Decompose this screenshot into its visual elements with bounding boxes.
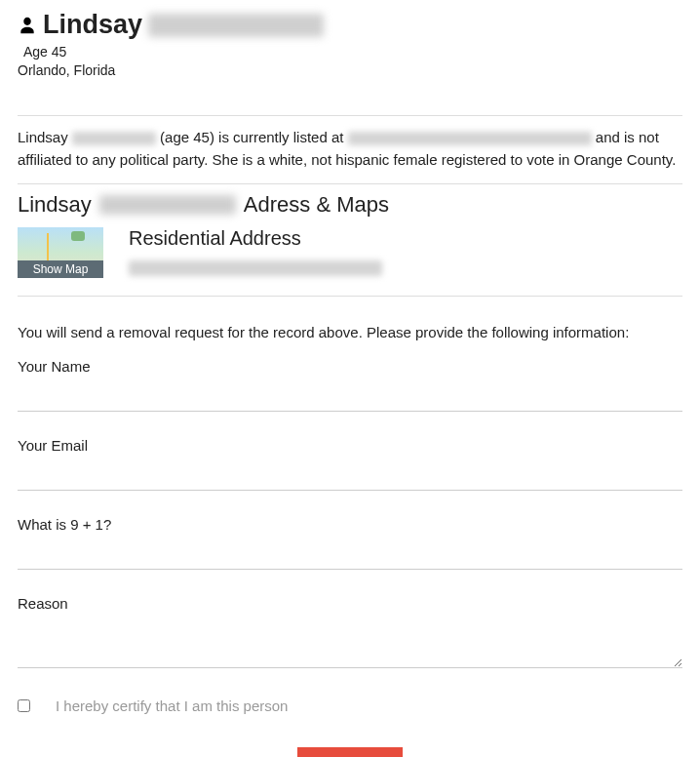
page-title: Lindsay <box>18 10 682 40</box>
section-title-name-redacted <box>99 195 236 215</box>
person-icon <box>18 15 37 36</box>
certify-label: I hereby certify that I am this person <box>56 697 288 714</box>
captcha-input[interactable] <box>18 537 682 570</box>
name-label: Your Name <box>18 358 682 375</box>
summary-prefix: Lindsay <box>18 129 68 145</box>
address-maps-title: Lindsay Adress & Maps <box>18 184 682 227</box>
divider <box>18 296 682 297</box>
captcha-label: What is 9 + 1? <box>18 516 682 533</box>
residential-address-heading: Residential Address <box>129 227 382 250</box>
age-line: Age 45 <box>23 44 682 60</box>
summary-name-redacted <box>72 132 156 145</box>
summary-mid: (age 45) is currently listed at <box>160 129 343 145</box>
reason-label: Reason <box>18 595 682 612</box>
person-first-name: Lindsay <box>43 10 142 40</box>
person-last-name-redacted <box>148 14 324 37</box>
submit-button[interactable]: SUBMIT <box>297 747 403 758</box>
form-intro: You will send a removal request for the … <box>18 324 682 340</box>
email-input[interactable] <box>18 458 682 491</box>
reason-textarea[interactable] <box>18 616 682 668</box>
email-label: Your Email <box>18 437 682 454</box>
location-line: Orlando, Florida <box>18 62 682 78</box>
residential-address-redacted <box>129 260 382 276</box>
name-input[interactable] <box>18 378 682 412</box>
map-thumbnail[interactable]: Show Map <box>18 227 103 278</box>
section-title-prefix: Lindsay <box>18 192 92 218</box>
summary-paragraph: Lindsay (age 45) is currently listed at … <box>18 116 682 183</box>
section-title-suffix: Adress & Maps <box>244 192 389 218</box>
summary-address-redacted <box>348 132 592 145</box>
show-map-button[interactable]: Show Map <box>18 260 103 278</box>
certify-checkbox[interactable] <box>18 699 30 712</box>
